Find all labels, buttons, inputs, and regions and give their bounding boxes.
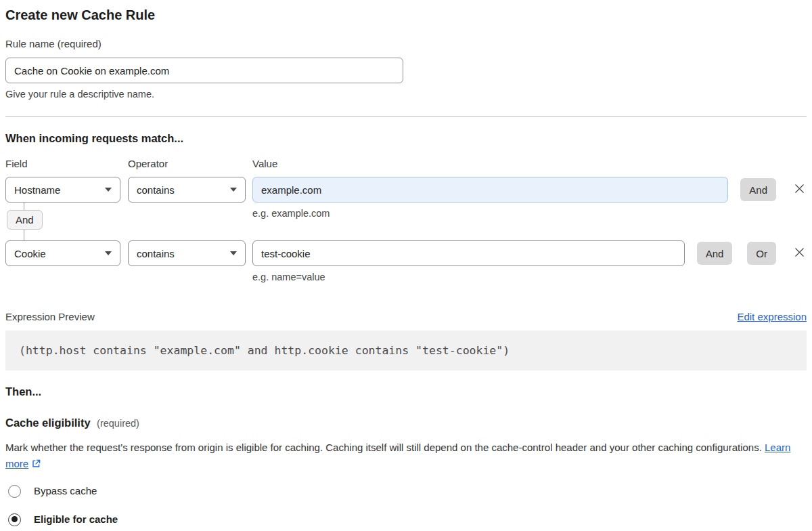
description-text: Mark whether the request’s response from… — [5, 442, 762, 453]
expression-preview-header: Expression Preview Edit expression — [5, 310, 807, 324]
or-button-row2[interactable]: Or — [747, 242, 776, 265]
eligible-for-cache-label[interactable]: Eligible for cache — [34, 513, 118, 526]
eligible-for-cache-radio[interactable] — [8, 513, 21, 526]
value-input-row1[interactable] — [252, 177, 728, 203]
field-select-row2[interactable]: Cookie — [5, 240, 120, 266]
close-icon — [794, 247, 805, 260]
chevron-down-icon — [105, 188, 112, 192]
required-tag: (required) — [97, 418, 139, 429]
operator-column-label: Operator — [128, 158, 168, 170]
operator-select-row2[interactable]: contains — [128, 240, 246, 266]
cache-eligibility-heading: Cache eligibility (required) — [5, 415, 807, 431]
create-cache-rule-page: Create new Cache Rule Rule name (require… — [0, 0, 812, 531]
chevron-down-icon — [105, 251, 112, 255]
edit-expression-link[interactable]: Edit expression — [737, 311, 807, 322]
connector-and-button[interactable]: And — [7, 210, 43, 230]
condition-row-1: Hostname contains And — [5, 177, 807, 203]
expression-builder: Field Operator Value Hostname contains A… — [5, 158, 807, 284]
match-heading: When incoming requests match... — [5, 131, 807, 146]
rule-name-label: Rule name (required) — [5, 37, 807, 51]
operator-select-row1-value: contains — [137, 184, 175, 196]
remove-condition-row1-button[interactable] — [792, 182, 807, 198]
value-hint-row1: e.g. example.com — [252, 207, 330, 220]
bypass-cache-option: Bypass cache — [5, 484, 807, 498]
cache-eligibility-title: Cache eligibility — [5, 417, 91, 429]
page-title: Create new Cache Rule — [5, 5, 807, 24]
chevron-down-icon — [230, 251, 237, 255]
rule-name-input[interactable] — [5, 58, 403, 83]
and-button-row2[interactable]: And — [697, 242, 733, 265]
operator-select-row2-value: contains — [137, 248, 175, 259]
field-column-label: Field — [5, 158, 28, 170]
bypass-cache-radio[interactable] — [8, 485, 21, 498]
field-select-row1-value: Hostname — [14, 184, 60, 196]
then-heading: Then... — [5, 384, 807, 399]
field-select-row2-value: Cookie — [14, 248, 46, 259]
condition-row-2: Cookie contains And Or — [5, 240, 807, 266]
value-input-row2[interactable] — [252, 240, 685, 266]
expression-preview-code: (http.host contains "example.com" and ht… — [19, 344, 510, 357]
remove-condition-row2-button[interactable] — [792, 245, 807, 261]
close-icon — [794, 183, 805, 196]
chevron-down-icon — [230, 188, 237, 192]
and-button-row1[interactable]: And — [740, 178, 776, 201]
expression-preview-label: Expression Preview — [5, 310, 95, 324]
field-select-row1[interactable]: Hostname — [5, 177, 120, 203]
section-divider — [5, 116, 807, 117]
operator-select-row1[interactable]: contains — [128, 177, 246, 203]
external-link-icon — [31, 459, 41, 471]
value-hint-row2: e.g. name=value — [252, 270, 325, 284]
eligible-for-cache-option: Eligible for cache — [5, 513, 807, 526]
bypass-cache-label[interactable]: Bypass cache — [34, 484, 97, 498]
rule-name-helper: Give your rule a descriptive name. — [5, 87, 807, 101]
cache-eligibility-description: Mark whether the request’s response from… — [5, 440, 794, 472]
expression-preview-code-block: (http.host contains "example.com" and ht… — [5, 331, 807, 370]
value-column-label: Value — [252, 158, 277, 170]
